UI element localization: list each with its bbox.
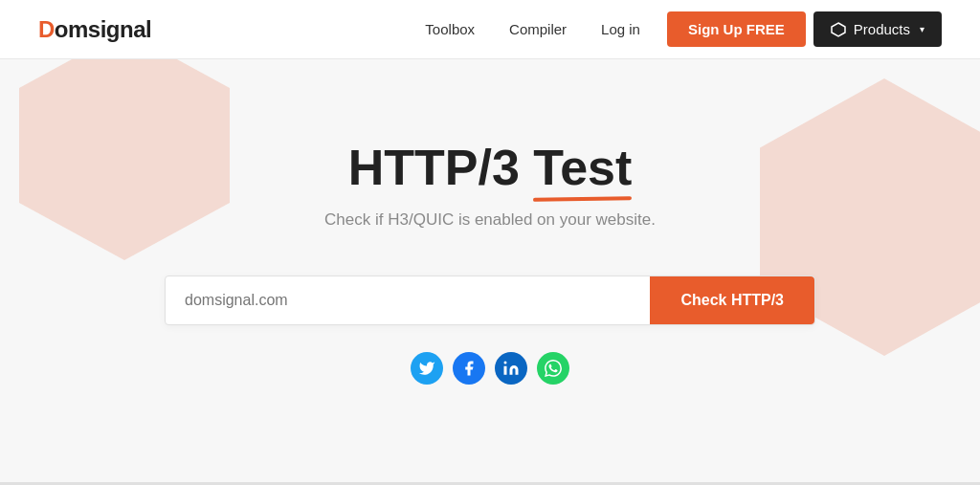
products-label: Products — [854, 21, 910, 37]
check-button[interactable]: Check HTTP/3 — [650, 276, 814, 324]
title-http3: HTTP/3 — [348, 140, 534, 195]
url-search-bar: Check HTTP/3 — [165, 276, 815, 325]
logo-d: D — [38, 16, 55, 43]
hero-section: HTTP/3 Test Check if H3/QUIC is enabled … — [0, 59, 980, 485]
nav-links: Toolbox Compiler Log in — [425, 21, 640, 37]
logo[interactable]: Domsignal — [38, 16, 151, 43]
svg-point-1 — [504, 362, 507, 364]
navbar: Domsignal Toolbox Compiler Log in Sign U… — [0, 0, 980, 59]
products-button[interactable]: Products ▾ — [813, 11, 942, 47]
linkedin-icon[interactable] — [495, 352, 527, 385]
svg-marker-0 — [832, 23, 845, 36]
twitter-icon[interactable] — [411, 352, 443, 385]
logo-text: omsignal — [55, 16, 151, 43]
social-icons-row — [411, 352, 569, 385]
signup-button[interactable]: Sign Up FREE — [667, 11, 806, 47]
page-title: HTTP/3 Test — [348, 141, 633, 195]
chevron-down-icon: ▾ — [920, 24, 924, 34]
nav-compiler[interactable]: Compiler — [509, 21, 567, 37]
title-test: Test — [533, 141, 632, 195]
nav-toolbox[interactable]: Toolbox — [425, 21, 475, 37]
products-icon — [831, 22, 846, 37]
facebook-icon[interactable] — [453, 352, 485, 385]
url-input[interactable] — [166, 276, 650, 324]
whatsapp-icon[interactable] — [537, 352, 569, 385]
nav-login[interactable]: Log in — [601, 21, 640, 37]
hero-subtitle: Check if H3/QUIC is enabled on your webs… — [324, 210, 656, 230]
hex-decoration-left — [19, 59, 230, 260]
